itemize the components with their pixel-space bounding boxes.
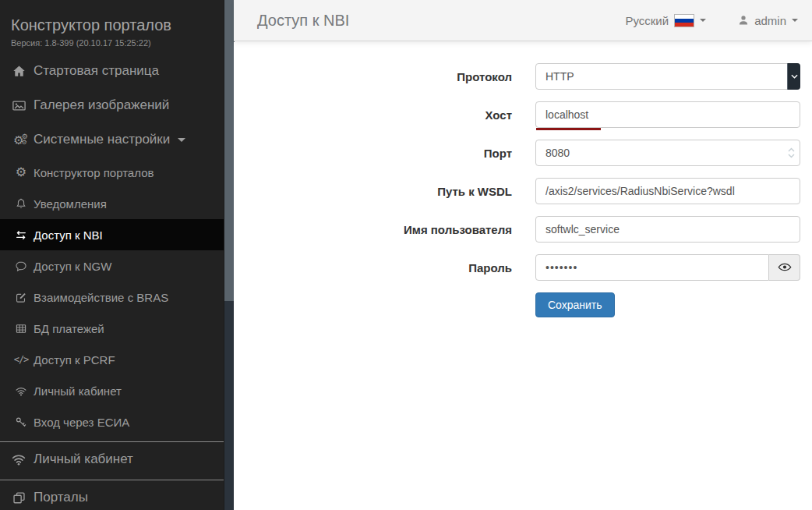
chevron-down-icon	[178, 138, 185, 142]
chevron-down-icon	[700, 19, 706, 22]
sidebar-item-label: Конструктор порталов	[34, 166, 154, 179]
host-input[interactable]	[535, 101, 800, 128]
port-input[interactable]	[535, 140, 800, 166]
key-icon	[15, 416, 27, 429]
user-dropdown[interactable]: admin	[737, 14, 798, 27]
sidebar-item-image-gallery[interactable]: Галерея изображений	[0, 88, 224, 122]
sidebar-item-label: Стартовая страница	[34, 63, 159, 79]
sidebar-item-personal-cabinet[interactable]: Личный кабинет	[0, 442, 224, 476]
protocol-selected-value: HTTP	[545, 70, 574, 83]
sidebar-nav: Стартовая страница Галерея изображений ⚙…	[0, 54, 224, 510]
sidebar-item-label: Доступ к NBI	[34, 228, 103, 242]
username-label: Имя пользователя	[234, 216, 512, 243]
host-label: Хост	[234, 101, 512, 128]
sidebar-item-label: Взаимодействие с BRAS	[34, 291, 168, 304]
bell-icon	[15, 197, 27, 211]
sidebar-item-label: Доступ к NGW	[34, 260, 111, 273]
sidebar-item-esia-login[interactable]: Вход через ЕСИА	[0, 406, 224, 437]
sidebar-item-label: Системные настройки	[34, 132, 170, 147]
language-label: Русский	[625, 14, 669, 27]
comment-icon	[15, 260, 27, 273]
table-icon	[15, 322, 27, 335]
app-version: Версия: 1.8-399 (20.10.17 15:25:22)	[11, 38, 213, 48]
password-label: Пароль	[234, 254, 512, 281]
home-icon	[11, 64, 26, 79]
protocol-label: Протокол	[234, 63, 512, 90]
sidebar-item-label: Порталы	[34, 490, 88, 505]
sidebar-item-label: Галерея изображений	[34, 97, 169, 113]
user-icon	[737, 14, 750, 27]
eye-icon	[778, 260, 792, 274]
main-content: Протокол HTTP Хост Порт	[234, 42, 812, 510]
sidebar-item-portals[interactable]: Порталы	[0, 480, 224, 510]
sidebar-item-label: Вход через ЕСИА	[34, 416, 129, 429]
sidebar-scrollbar-track[interactable]	[224, 0, 234, 510]
sidebar-item-label: Уведомления	[34, 197, 107, 211]
sidebar-item-system-settings[interactable]: ⚙⚙⚙ Системные настройки	[0, 122, 224, 157]
sidebar-item-label: Личный кабинет	[34, 452, 133, 467]
exchange-icon	[15, 228, 27, 242]
sidebar-item-bras-interaction[interactable]: Взаимодействие с BRAS	[0, 282, 224, 313]
sidebar-item-notifications[interactable]: Уведомления	[0, 188, 224, 219]
wifi-icon	[15, 384, 27, 398]
gears-icon: ⚙⚙⚙	[11, 134, 26, 146]
sidebar-item-label: БД платежей	[34, 322, 104, 335]
nbi-access-form: Протокол HTTP Хост Порт	[234, 42, 812, 317]
app-brand: Конструктор порталов Версия: 1.8-399 (20…	[0, 0, 224, 48]
page-title: Доступ к NBI	[257, 12, 625, 30]
username-input[interactable]	[535, 216, 800, 243]
sidebar-item-start-page[interactable]: Стартовая страница	[0, 54, 224, 88]
sidebar-item-portal-constructor[interactable]: ⚙ Конструктор порталов	[0, 157, 224, 188]
clone-icon	[11, 491, 26, 505]
sidebar-item-pcrf-access[interactable]: </> Доступ к PCRF	[0, 344, 224, 375]
number-spinner[interactable]	[787, 140, 796, 166]
port-label: Порт	[234, 140, 512, 166]
code-icon: </>	[15, 354, 27, 365]
wifi-icon	[11, 452, 26, 467]
sidebar-item-ngw-access[interactable]: Доступ к NGW	[0, 250, 224, 282]
sidebar: Конструктор порталов Версия: 1.8-399 (20…	[0, 0, 234, 510]
spellcheck-underline	[536, 128, 601, 130]
sidebar-item-label: Доступ к PCRF	[34, 353, 115, 367]
sidebar-item-nbi-access[interactable]: Доступ к NBI	[0, 219, 224, 250]
user-label: admin	[754, 14, 786, 27]
sidebar-item-personal-cabinet-sub[interactable]: Личный кабинет	[0, 375, 224, 406]
password-input[interactable]	[535, 254, 769, 281]
gear-icon: ⚙	[15, 166, 27, 179]
wsdl-path-input[interactable]	[535, 178, 800, 204]
select-arrow-button[interactable]	[787, 63, 800, 90]
topbar: Доступ к NBI Русский admin	[234, 0, 812, 41]
sidebar-item-payments-db[interactable]: БД платежей	[0, 313, 224, 344]
wsdl-path-label: Путь к WSDL	[234, 178, 512, 204]
show-password-button[interactable]	[769, 254, 800, 281]
image-icon	[11, 98, 26, 113]
language-dropdown[interactable]: Русский	[625, 14, 706, 27]
save-button[interactable]: Сохранить	[535, 292, 615, 317]
protocol-select[interactable]: HTTP	[535, 63, 800, 90]
edit-icon	[15, 291, 27, 304]
chevron-down-icon	[792, 19, 798, 22]
russian-flag-icon	[674, 14, 694, 27]
sidebar-item-label: Личный кабинет	[34, 384, 122, 398]
app-title: Конструктор порталов	[11, 16, 213, 34]
